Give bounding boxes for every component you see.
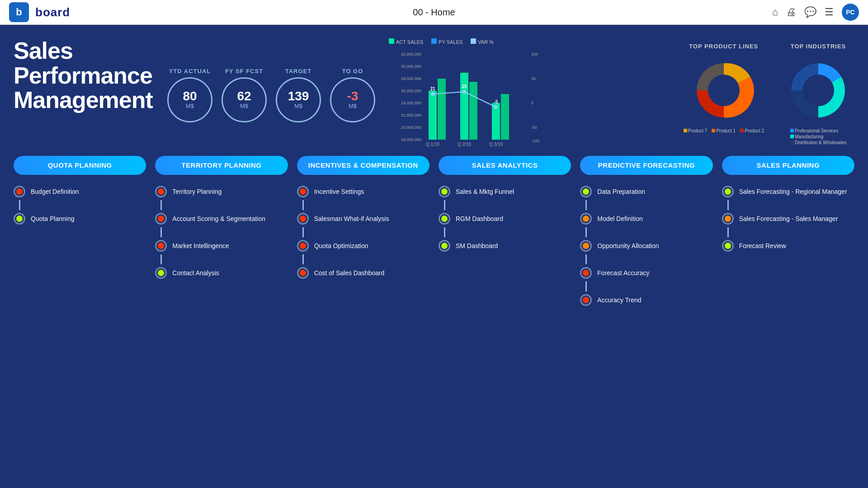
cat-label-3-1: RGM Dashboard xyxy=(456,215,503,222)
cat-item-4-2[interactable]: Opportunity Allocation xyxy=(580,237,712,254)
connector-4-4 xyxy=(585,282,587,291)
product-lines-chart xyxy=(688,54,760,127)
cat-item-2-2[interactable]: Quota Optimization xyxy=(297,237,429,254)
var-dot-q3 xyxy=(494,105,498,109)
svg-text:18,000,000: 18,000,000 xyxy=(401,137,421,142)
cat-item-4-1[interactable]: Model Definition xyxy=(580,210,712,227)
menu-icon[interactable]: ☰ xyxy=(825,6,834,18)
cat-label-4-1: Model Definition xyxy=(597,215,642,222)
connector-4-1 xyxy=(585,200,587,210)
connector-2-1 xyxy=(302,200,304,210)
product-lines-title: TOP PRODUCT LINES xyxy=(689,43,758,50)
category-header-1[interactable]: TERRITORY PLANNING xyxy=(155,156,288,175)
q1-py-bar xyxy=(438,79,446,140)
cat-label-1-2: Market Intellingence xyxy=(172,242,229,249)
category-items-2: Incentive SettingsSalesman What-if Analy… xyxy=(297,183,429,282)
category-header-3[interactable]: SALES ANALYTICS xyxy=(439,156,571,175)
kpi-circle-0: 80M$ xyxy=(167,77,212,122)
cat-item-5-1[interactable]: Sales Forecasting - Sales Manager xyxy=(722,210,854,227)
kpi-3: TO GO-3M$ xyxy=(330,68,375,122)
product-lines-section: TOP PRODUCT LINES xyxy=(684,43,764,133)
cat-item-3-2[interactable]: SM Dashboard xyxy=(439,237,571,254)
donut-hole xyxy=(708,75,740,106)
cat-label-3-0: Sales & Mktg Funnel xyxy=(456,188,514,195)
connector-1-1 xyxy=(160,200,162,210)
cat-item-5-0[interactable]: Sales Forecasting - Regional Manager xyxy=(722,183,854,200)
print-icon[interactable]: 🖨 xyxy=(786,6,796,18)
category-header-2[interactable]: INCENTIVES & COMPENSATION xyxy=(297,156,429,175)
cat-item-1-0[interactable]: Territory Planning xyxy=(155,183,288,200)
kpi-circle-1: 62M$ xyxy=(222,77,267,122)
chat-icon[interactable]: 💬 xyxy=(804,6,816,18)
cat-item-1-2[interactable]: Market Intellingence xyxy=(155,237,288,254)
cat-label-4-0: Data Preparation xyxy=(597,188,645,195)
kpi-val-0: 80 xyxy=(183,90,197,103)
cat-dot-4-1 xyxy=(580,213,592,225)
cat-item-4-0[interactable]: Data Preparation xyxy=(580,183,712,200)
svg-text:24,000,000: 24,000,000 xyxy=(401,101,421,105)
connector-2-2 xyxy=(302,227,304,237)
page-title: 00 - Home xyxy=(413,7,455,18)
category-header-4[interactable]: PREDICTIVE FORECASTING xyxy=(580,156,712,175)
category-col-4: PREDICTIVE FORECASTINGData PreparationMo… xyxy=(576,156,717,488)
cat-label-5-2: Forecast Review xyxy=(739,242,786,249)
industries-title: TOP INDUSTRIES xyxy=(791,43,846,50)
category-header-5[interactable]: SALES PLANNING xyxy=(722,156,854,175)
cat-item-2-3[interactable]: Cost of Sales Dashboard xyxy=(297,264,429,282)
cat-item-4-3[interactable]: Forecast Accuracy xyxy=(580,264,712,282)
q2-act-bar xyxy=(460,73,468,140)
cat-item-0-0[interactable]: Budget Definition xyxy=(14,183,146,200)
cat-label-5-1: Sales Forecasting - Sales Manager xyxy=(739,215,838,222)
chart-block: ACT SALES PY SALES VAR % 32,000,000 30,0… xyxy=(389,38,670,151)
category-items-3: Sales & Mktg FunnelRGM DashboardSM Dashb… xyxy=(439,183,571,254)
cat-item-0-1[interactable]: Quota Planning xyxy=(14,210,146,227)
cat-label-1-3: Contact Analysis xyxy=(172,269,219,277)
kpi-val-1: 62 xyxy=(237,90,251,103)
var-dot-q1 xyxy=(431,92,434,96)
kpi-1: FY SF FCST62M$ xyxy=(222,68,267,122)
cat-item-2-0[interactable]: Incentive Settings xyxy=(297,183,429,200)
cat-item-5-2[interactable]: Forecast Review xyxy=(722,237,854,254)
kpi-label-3: TO GO xyxy=(342,68,363,75)
connector-3-1 xyxy=(444,200,445,210)
cat-label-5-0: Sales Forecasting - Regional Manager xyxy=(739,188,847,195)
cat-label-4-2: Opportunity Allocation xyxy=(597,242,659,249)
cat-item-1-1[interactable]: Account Scoring & Segmentation xyxy=(155,210,288,227)
cat-label-3-2: SM Dashboard xyxy=(456,242,498,249)
cat-dot-2-1 xyxy=(297,213,309,225)
cat-dot-3-1 xyxy=(439,213,450,225)
svg-text:22,000,000: 22,000,000 xyxy=(401,113,421,117)
kpi-circle-2: 139M$ xyxy=(276,77,321,122)
main-content: Sales Performance Management YTD ACTUAL8… xyxy=(0,25,868,488)
cat-dot-1-1 xyxy=(155,213,167,225)
topbar: b board 00 - Home ⌂ 🖨 💬 ☰ PC xyxy=(0,0,868,25)
cat-item-4-4[interactable]: Accuracy Trend xyxy=(580,291,712,309)
cat-item-2-1[interactable]: Salesman What-if Analysis xyxy=(297,210,429,227)
cat-dot-5-0 xyxy=(722,186,734,197)
cat-dot-5-2 xyxy=(722,240,734,252)
cat-label-2-2: Quota Optimization xyxy=(314,242,368,249)
svg-text:28,000,000: 28,000,000 xyxy=(401,76,421,81)
cat-item-1-3[interactable]: Contact Analysis xyxy=(155,264,288,282)
svg-text:-5: -5 xyxy=(494,99,498,104)
cat-item-3-0[interactable]: Sales & Mktg Funnel xyxy=(439,183,571,200)
kpi-unit-2: M$ xyxy=(294,103,302,109)
category-header-0[interactable]: QUOTA PLANNING xyxy=(14,156,146,175)
avatar[interactable]: PC xyxy=(842,4,859,21)
cat-dot-2-3 xyxy=(297,267,309,279)
home-icon[interactable]: ⌂ xyxy=(772,6,778,18)
cat-dot-3-2 xyxy=(439,240,450,252)
kpi-label-0: YTD ACTUAL xyxy=(169,68,211,75)
svg-text:30,000,000: 30,000,000 xyxy=(401,64,421,69)
cat-label-4-4: Accuracy Trend xyxy=(597,296,641,304)
svg-text:25: 25 xyxy=(462,84,467,89)
cat-dot-1-3 xyxy=(155,267,167,279)
cat-item-3-1[interactable]: RGM Dashboard xyxy=(439,210,571,227)
kpi-val-3: -3 xyxy=(347,90,359,103)
categories: QUOTA PLANNINGBudget DefinitionQuota Pla… xyxy=(0,156,868,488)
var-dot-q2 xyxy=(462,90,466,94)
kpi-label-1: FY SF FCST xyxy=(225,68,263,75)
kpi-unit-0: M$ xyxy=(186,103,194,109)
category-col-3: SALES ANALYTICSSales & Mktg FunnelRGM Da… xyxy=(434,156,576,488)
svg-text:-50: -50 xyxy=(531,125,537,130)
